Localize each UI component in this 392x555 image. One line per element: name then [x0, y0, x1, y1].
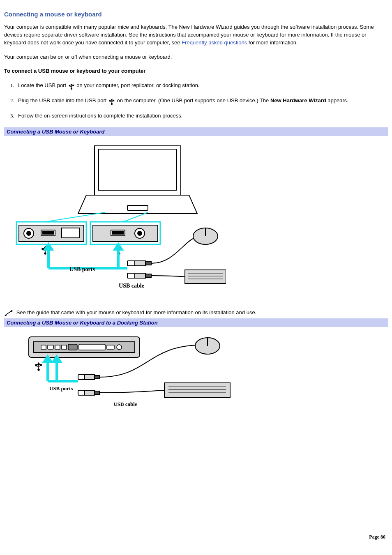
- step-2-text-b: on the computer. (One USB port supports …: [117, 97, 270, 104]
- svg-marker-84: [164, 383, 230, 398]
- svg-rect-76: [78, 375, 85, 380]
- note-icon: [4, 309, 12, 316]
- step-2: Plug the USB cable into the USB port on …: [16, 97, 388, 105]
- svg-rect-26: [113, 232, 123, 234]
- note-text: See the guide that came with your mouse …: [16, 309, 257, 315]
- svg-rect-63: [79, 344, 105, 350]
- svg-marker-12: [78, 195, 197, 214]
- faq-link[interactable]: Frequently asked questions: [182, 39, 247, 46]
- svg-rect-70: [40, 364, 42, 366]
- step-1-text-b: on your computer, port replicator, or do…: [76, 82, 199, 88]
- svg-rect-21: [43, 232, 53, 234]
- svg-rect-58: [41, 345, 46, 349]
- step-2-bold: New Hardware Wizard: [270, 97, 326, 104]
- svg-rect-44: [127, 261, 135, 266]
- usb-trident-icon: [109, 98, 115, 104]
- subheading: To connect a USB mouse or keyboard to yo…: [4, 67, 388, 75]
- svg-line-14: [45, 212, 105, 222]
- svg-rect-81: [95, 391, 99, 394]
- svg-rect-22: [62, 228, 80, 238]
- figure-2-caption: Connecting a USB Mouse or Keyboard to a …: [4, 318, 388, 327]
- svg-rect-48: [135, 273, 145, 278]
- svg-rect-79: [78, 390, 85, 395]
- svg-point-28: [138, 231, 142, 235]
- step-1: Locate the USB port on your computer, po…: [16, 82, 388, 90]
- svg-rect-49: [145, 274, 151, 277]
- svg-rect-47: [127, 273, 135, 278]
- step-1-text-a: Locate the USB port: [18, 82, 68, 88]
- intro-paragraph-2: Your computer can be on or off when conn…: [4, 53, 388, 61]
- figure-1: USB ports USB cable: [4, 136, 388, 306]
- svg-rect-78: [95, 375, 99, 379]
- intro-paragraph-1: Your computer is compatible with many po…: [4, 23, 388, 47]
- svg-rect-13: [127, 205, 148, 210]
- usb-trident-icon: [69, 83, 74, 89]
- svg-rect-61: [62, 345, 67, 349]
- page-title: Connecting a mouse or keyboard: [4, 11, 388, 18]
- step-3: Follow the on-screen instructions to com…: [16, 112, 388, 120]
- fig2-label-cable: USB cable: [113, 401, 137, 407]
- steps-list: Locate the USB port on your computer, po…: [14, 82, 388, 120]
- intro-text-1b: for more information.: [249, 39, 298, 46]
- svg-marker-7: [111, 99, 113, 100]
- fig2-label-ports: USB ports: [49, 385, 73, 391]
- step-2-text-a: Plug the USB cable into the USB port: [18, 97, 108, 104]
- svg-marker-2: [71, 84, 72, 85]
- svg-marker-11: [99, 149, 177, 190]
- svg-point-3: [69, 85, 70, 87]
- fig1-label-ports: USB ports: [69, 266, 95, 272]
- figure-1-caption: Connecting a USB Mouse or Keyboard: [4, 127, 388, 136]
- svg-point-65: [117, 345, 122, 350]
- svg-rect-46: [145, 262, 151, 265]
- svg-rect-59: [48, 345, 53, 349]
- svg-marker-52: [185, 270, 226, 283]
- svg-marker-42: [115, 244, 122, 249]
- svg-point-19: [27, 231, 31, 235]
- fig1-label-cable: USB cable: [119, 283, 144, 289]
- svg-point-32: [42, 248, 44, 250]
- svg-rect-77: [85, 375, 95, 380]
- svg-marker-68: [37, 363, 40, 365]
- svg-rect-62: [68, 344, 77, 350]
- svg-rect-4: [73, 85, 74, 86]
- note-row: See the guide that came with your mouse …: [4, 309, 388, 316]
- figure-2: USB ports USB cable: [4, 327, 388, 427]
- svg-marker-40: [45, 244, 52, 249]
- svg-rect-45: [135, 261, 145, 266]
- svg-point-69: [35, 364, 37, 366]
- svg-rect-9: [113, 100, 114, 101]
- svg-rect-64: [107, 345, 114, 349]
- svg-rect-80: [85, 390, 95, 395]
- svg-rect-60: [55, 345, 60, 349]
- step-2-text-c: appears.: [327, 97, 348, 104]
- svg-point-8: [109, 100, 111, 101]
